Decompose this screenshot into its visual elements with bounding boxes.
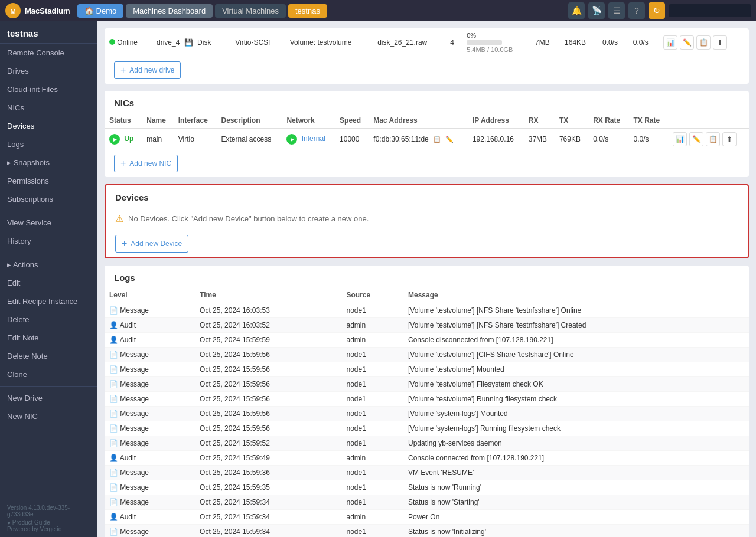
copy-mac-icon[interactable]: 📋 xyxy=(433,136,441,143)
sidebar-item-edit[interactable]: Edit xyxy=(0,274,97,292)
log-level-cell: 👤 Audit xyxy=(105,510,195,525)
sidebar-item-edit-note[interactable]: Edit Note xyxy=(0,329,97,347)
col-name: Name xyxy=(142,113,174,129)
log-message-cell: Updating yb-services daemon xyxy=(403,436,749,451)
log-time-cell: Oct 25, 2024 15:59:56 xyxy=(195,421,341,436)
log-level-cell: 📄 Message xyxy=(105,348,195,362)
product-guide-link[interactable]: ● Product Guide xyxy=(7,519,90,526)
nic-edit-button[interactable]: ✏️ xyxy=(689,132,703,146)
sidebar-item-devices[interactable]: Devices xyxy=(0,117,97,135)
add-new-nic-button[interactable]: + Add new NIC xyxy=(114,155,178,172)
nic-status-cell: Up xyxy=(105,129,142,150)
log-message-cell: [Volume 'testvolume'] [NFS Share 'testnf… xyxy=(403,318,749,333)
sidebar-item-logs[interactable]: Logs xyxy=(0,135,97,153)
sidebar-item-remote-console[interactable]: Remote Console xyxy=(0,44,97,62)
machines-dashboard-button[interactable]: Machines Dashboard xyxy=(126,4,213,18)
log-level-icon: 📄 xyxy=(109,351,118,359)
network-link[interactable]: Internal xyxy=(302,135,325,143)
bell-icon-button[interactable]: 🔔 xyxy=(568,2,585,19)
log-level-cell: 📄 Message xyxy=(105,362,195,377)
log-time-cell: Oct 25, 2024 15:59:35 xyxy=(195,480,341,495)
sidebar-item-permissions[interactable]: Permissions xyxy=(0,172,97,190)
sidebar-item-drives[interactable]: Drives xyxy=(0,62,97,80)
table-row: 👤 Audit Oct 25, 2024 15:59:49 admin Cons… xyxy=(105,451,749,466)
nic-copy-button[interactable]: 📋 xyxy=(706,132,720,146)
table-row: 📄 Message Oct 25, 2024 15:59:36 node1 VM… xyxy=(105,466,749,480)
log-message-cell: [Volume 'testvolume'] [NFS Share 'testnf… xyxy=(403,303,749,318)
log-source-cell: node1 xyxy=(342,303,404,318)
table-row: 👤 Audit Oct 25, 2024 15:59:34 admin Powe… xyxy=(105,510,749,525)
help-icon-button[interactable]: ? xyxy=(628,2,645,19)
refresh-icon-button[interactable]: ↻ xyxy=(649,2,665,19)
log-source-cell: admin xyxy=(342,318,404,333)
sidebar-item-delete-note[interactable]: Delete Note xyxy=(0,347,97,365)
log-time-cell: Oct 25, 2024 15:59:56 xyxy=(195,392,341,407)
drive-copy-button[interactable]: 📋 xyxy=(696,35,711,50)
version-text: Version 4.13.0.dev-335-g733d33e xyxy=(7,505,90,518)
list-icon-button[interactable]: ☰ xyxy=(608,2,625,19)
demo-button[interactable]: 🏠 Demo xyxy=(77,4,124,18)
sidebar-item-new-nic[interactable]: New NIC xyxy=(0,407,97,425)
devices-warning-row: ⚠ No Devices. Click "Add new Device" but… xyxy=(106,207,748,230)
log-level-icon: 📄 xyxy=(109,439,118,447)
drive-edit-button[interactable]: ✏️ xyxy=(680,35,694,50)
log-level-cell: 📄 Message xyxy=(105,392,195,407)
drive-interface-cell: Virtio-SCSI xyxy=(230,28,285,57)
sidebar-item-nics[interactable]: NICs xyxy=(0,99,97,117)
rss-icon-button[interactable]: 📡 xyxy=(588,2,605,19)
virtual-machines-button[interactable]: Virtual Machines xyxy=(215,4,286,18)
sidebar-item-delete[interactable]: Delete xyxy=(0,310,97,329)
nav-icons: 🔔 📡 ☰ ? ↻ xyxy=(568,2,751,19)
logs-table: Level Time Source Message 📄 Message Oct … xyxy=(105,287,749,537)
log-level-cell: 📄 Message xyxy=(105,436,195,451)
sidebar-item-clone[interactable]: Clone xyxy=(0,365,97,384)
sidebar-item-edit-recipe[interactable]: Edit Recipe Instance xyxy=(0,292,97,310)
sidebar-item-new-drive[interactable]: New Drive xyxy=(0,389,97,407)
col-status: Status xyxy=(105,113,142,129)
table-row: Online drive_4 💾 Disk Virtio-SCSI Volume… xyxy=(105,28,749,57)
sidebar-item-history[interactable]: History xyxy=(0,232,97,250)
log-time-cell: Oct 25, 2024 15:59:56 xyxy=(195,362,341,377)
sidebar-item-cloud-init-files[interactable]: Cloud-init Files xyxy=(0,80,97,99)
sidebar-item-subscriptions[interactable]: Subscriptions xyxy=(0,190,97,208)
add-new-drive-button[interactable]: + Add new drive xyxy=(114,61,181,79)
log-level-icon: 📄 xyxy=(109,424,118,433)
drive-delete-button[interactable]: ⬆ xyxy=(713,35,727,50)
sidebar-item-snapshots[interactable]: ▸ Snapshots xyxy=(0,153,97,172)
nic-stats-button[interactable]: 📊 xyxy=(673,132,687,146)
testnas-button[interactable]: testnas xyxy=(288,4,327,18)
col-rx: RX xyxy=(524,113,555,129)
log-message-cell: [Volume 'system-logs'] Running filesyste… xyxy=(403,421,749,436)
nic-speed-cell: 10000 xyxy=(335,129,369,150)
log-source-cell: node1 xyxy=(342,362,404,377)
nic-delete-button[interactable]: ⬆ xyxy=(722,132,737,146)
sidebar-item-view-service[interactable]: View Service xyxy=(0,214,97,232)
log-time-cell: Oct 25, 2024 15:59:52 xyxy=(195,436,341,451)
log-time-cell: Oct 25, 2024 16:03:52 xyxy=(195,318,341,333)
table-row: 📄 Message Oct 25, 2024 15:59:56 node1 [V… xyxy=(105,362,749,377)
add-drive-row: + Add new drive xyxy=(105,57,749,84)
log-source-cell: admin xyxy=(342,510,404,525)
nics-card: NICs Status Name Interface Description N… xyxy=(105,91,749,177)
log-level-cell: 📄 Message xyxy=(105,466,195,480)
col-tx-rate: TX Rate xyxy=(628,113,668,129)
log-source-cell: node1 xyxy=(342,377,404,392)
log-time-cell: Oct 25, 2024 15:59:59 xyxy=(195,333,341,348)
add-new-device-button[interactable]: + Add new Device xyxy=(115,235,188,253)
log-col-message: Message xyxy=(403,287,749,303)
nav-search-input[interactable] xyxy=(669,4,751,17)
log-level-cell: 📄 Message xyxy=(105,525,195,538)
log-level-cell: 📄 Message xyxy=(105,480,195,495)
log-level-cell: 👤 Audit xyxy=(105,318,195,333)
log-level-cell: 📄 Message xyxy=(105,303,195,318)
sidebar-item-actions[interactable]: ▸ Actions xyxy=(0,256,97,274)
sidebar-bottom: Version 4.13.0.dev-335-g733d33e ● Produc… xyxy=(0,500,97,537)
edit-mac-icon[interactable]: ✏️ xyxy=(445,136,454,143)
log-message-cell: VM Event 'RESUME' xyxy=(403,466,749,480)
log-source-cell: node1 xyxy=(342,407,404,421)
col-actions-header xyxy=(668,113,749,129)
log-time-cell: Oct 25, 2024 15:59:34 xyxy=(195,525,341,538)
drive-stats-button[interactable]: 📊 xyxy=(663,35,677,50)
logs-card: Logs Level Time Source Message 📄 Message… xyxy=(105,266,749,537)
log-level-cell: 👤 Audit xyxy=(105,451,195,466)
